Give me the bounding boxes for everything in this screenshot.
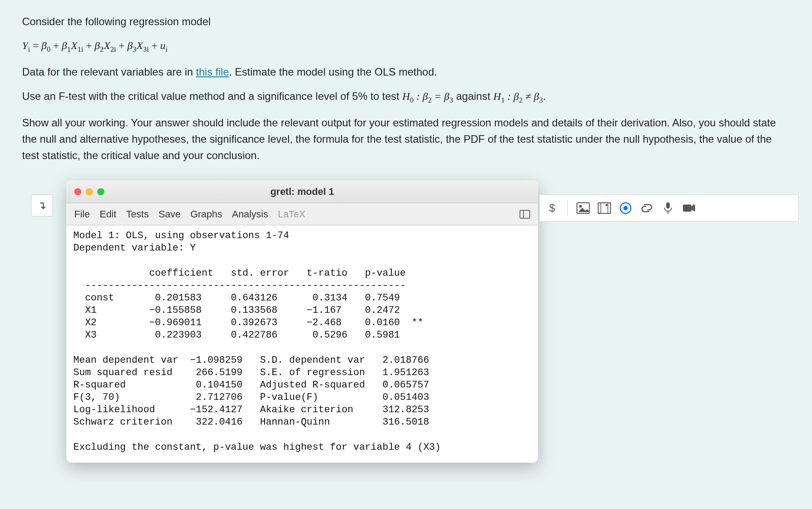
- menu-graphs[interactable]: Graphs: [190, 209, 222, 220]
- svg-text:$: $: [549, 202, 555, 214]
- menu-bar: File Edit Tests Save Graphs Analysis LaT…: [66, 203, 538, 225]
- insert-below-button[interactable]: ↴: [31, 194, 53, 217]
- svg-point-2: [579, 205, 582, 208]
- svg-point-8: [623, 206, 628, 210]
- stats-line-4: F(3, 70) 2.712706 P-value(F) 0.051403: [73, 392, 429, 403]
- stats-line-1: Mean dependent var −1.098259 S.D. depend…: [73, 355, 429, 366]
- svg-rect-3: [598, 203, 611, 213]
- mic-icon[interactable]: [661, 201, 675, 215]
- menu-file[interactable]: File: [74, 209, 90, 220]
- menu-tests[interactable]: Tests: [126, 209, 148, 220]
- svg-point-12: [693, 205, 694, 206]
- gretl-footer: Excluding the constant, p-value was high…: [73, 442, 441, 453]
- coef-row-x3: X3 0.223903 0.422786 0.5296 0.5981: [73, 330, 406, 341]
- regression-equation: Yi = β0 + β1X1i + β2X2i + β3X3i + ui: [22, 38, 790, 56]
- coef-divider: ----------------------------------------…: [73, 280, 406, 291]
- coef-col-headers: coefficient std. error t-ratio p-value: [73, 268, 406, 279]
- menu-edit[interactable]: Edit: [99, 209, 116, 220]
- question-line-3: Use an F-test with the critical value me…: [22, 88, 790, 106]
- record-icon[interactable]: [619, 201, 632, 215]
- gretl-window: gretl: model 1 File Edit Tests Save Grap…: [66, 180, 538, 463]
- svg-rect-9: [666, 202, 670, 209]
- panel-icon[interactable]: [520, 210, 530, 219]
- coef-row-x2: X2 −0.969011 0.392673 −2.468 0.0160 **: [73, 317, 423, 328]
- stats-line-5: Log-likelihood −152.4127 Akaike criterio…: [73, 404, 429, 415]
- svg-point-6: [606, 204, 608, 206]
- question-block: Consider the following regression model …: [0, 0, 812, 180]
- question-line-2: Data for the relevant variables are in t…: [22, 64, 790, 80]
- menu-analysis[interactable]: Analysis: [232, 209, 268, 220]
- menu-latex[interactable]: LaTeX: [278, 209, 305, 220]
- coef-row-const: const 0.201583 0.643126 0.3134 0.7549: [73, 292, 406, 304]
- window-title: gretl: model 1: [66, 186, 538, 198]
- question-line-4: Show all your working. Your answer shoul…: [22, 114, 790, 164]
- stats-line-2: Sum squared resid 266.5199 S.E. of regre…: [73, 367, 429, 378]
- camera-icon[interactable]: [683, 201, 696, 215]
- editor-toolbar: $: [540, 194, 799, 222]
- image-icon[interactable]: [577, 201, 590, 215]
- dollar-icon[interactable]: $: [545, 201, 558, 215]
- stats-line-3: R-squared 0.104150 Adjusted R-squared 0.…: [73, 380, 429, 391]
- menu-save[interactable]: Save: [159, 209, 181, 220]
- data-file-link[interactable]: this file: [196, 66, 229, 78]
- svg-rect-11: [683, 205, 691, 212]
- link-icon[interactable]: [640, 201, 653, 215]
- stats-line-6: Schwarz criterion 322.0416 Hannan-Quinn …: [73, 417, 429, 428]
- film-icon[interactable]: [598, 201, 611, 215]
- model-header-2: Dependent variable: Y: [73, 243, 196, 254]
- title-bar[interactable]: gretl: model 1: [66, 180, 538, 203]
- coef-row-x1: X1 −0.155858 0.133568 −1.167 0.2472: [73, 305, 406, 316]
- gretl-output: Model 1: OLS, using observations 1-74 De…: [66, 225, 538, 463]
- toolbar-divider: [567, 200, 568, 216]
- model-header-1: Model 1: OLS, using observations 1-74: [73, 230, 289, 241]
- question-line-1: Consider the following regression model: [22, 13, 790, 30]
